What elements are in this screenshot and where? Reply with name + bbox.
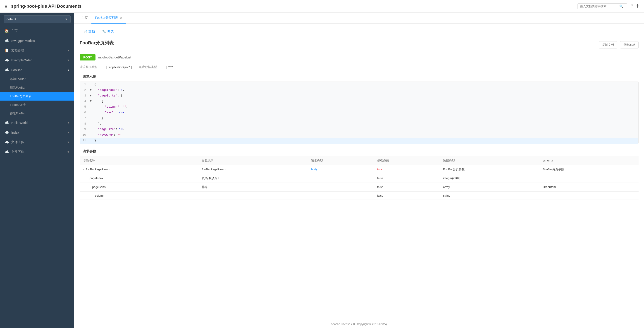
search-icon[interactable]: 🔍 [619, 5, 623, 8]
api-title: FooBar分页列表 [80, 40, 599, 46]
sidebar-subitem-update-foobar[interactable]: 修改FooBar [0, 109, 74, 118]
param-name-4: column [80, 191, 198, 200]
search-box: 🔍 [578, 4, 627, 9]
param-type-1: body [308, 165, 374, 174]
code-line-10: 10 "keyword": "" [80, 132, 638, 138]
col-name: 参数名称 [80, 156, 198, 165]
foobar-page-list-label: FooBar分页列表 [10, 94, 32, 98]
param-type-badge-1: body [311, 168, 318, 171]
tab-close-icon[interactable]: ✕ [120, 16, 122, 20]
param-desc-3: 排序 [198, 183, 308, 191]
param-required-badge-1: true [377, 168, 382, 171]
sidebar-item-index[interactable]: ☁️ Index ▼ [0, 128, 74, 137]
tab-foobar-page[interactable]: FooBar分页列表 ✕ [92, 13, 126, 24]
param-schema-3: OrderItem [539, 183, 638, 191]
param-schema-2 [539, 174, 638, 183]
sidebar-subitem-add-foobar[interactable]: 添加FooBar [0, 75, 74, 83]
response-content-type-label: 响应数据类型 [139, 65, 157, 69]
search-input[interactable] [580, 5, 618, 8]
tab-home[interactable]: 主页 [78, 13, 92, 24]
param-required-3: false [374, 183, 440, 191]
header: ☰ spring-boot-plus API Documents 🔍 ? 中 [0, 0, 644, 13]
sidebar-label-example-order: ExampleOrder [11, 59, 67, 62]
param-name-label-4: column [95, 194, 104, 197]
update-foobar-label: 修改FooBar [10, 111, 26, 116]
param-schema-1: FooBar分页参数 [539, 165, 638, 174]
params-table-head: 参数名称 参数说明 请求类型 是否必须 数据类型 schema [80, 156, 638, 165]
table-row: pageIndex 页码,默认为1 false integer(int64) [80, 174, 638, 183]
sidebar-item-foobar[interactable]: ☁️ FooBar ▲ [0, 65, 74, 75]
api-title-row: FooBar分页列表 复制文档 复制地址 [80, 40, 638, 50]
sidebar-item-hello-world[interactable]: ☁️ Hello World ▼ [0, 118, 74, 128]
api-actions: 复制文档 复制地址 [599, 41, 638, 49]
index-arrow-icon: ▼ [67, 131, 70, 134]
method-badge: POST [80, 54, 96, 61]
tab-doc[interactable]: 📄 文档 [80, 28, 98, 35]
sidebar-item-example-order[interactable]: ☁️ ExampleOrder ▼ [0, 55, 74, 65]
sidebar-subitem-delete-foobar[interactable]: 删除FooBar [0, 83, 74, 92]
group-select[interactable]: default [4, 16, 70, 23]
sidebar-label-home: 主页 [11, 29, 70, 33]
col-desc: 参数说明 [198, 156, 308, 165]
param-required-label-2: false [377, 176, 383, 180]
file-upload-arrow-icon: ▼ [67, 141, 70, 144]
doc-mgmt-icon: 📋 [4, 48, 9, 53]
copy-url-button[interactable]: 复制地址 [620, 41, 638, 49]
param-datatype-1: FooBar分页参数 [440, 165, 539, 174]
toggle-icon-3[interactable]: - [90, 185, 90, 189]
help-icon[interactable]: ? [631, 4, 633, 9]
sidebar-item-swagger[interactable]: ☁️ Swagger Models [0, 36, 74, 46]
copy-doc-button[interactable]: 复制文档 [599, 41, 617, 49]
tab-home-label: 主页 [82, 16, 88, 20]
api-path: /api/fooBar/getPageList [98, 56, 131, 59]
sidebar-item-file-upload[interactable]: ☁️ 文件上传 ▼ [0, 137, 74, 147]
param-required-label-3: false [377, 185, 383, 189]
language-toggle[interactable]: 中 [636, 4, 640, 9]
sidebar-item-doc-mgmt[interactable]: 📋 文档管理 ▼ [0, 46, 74, 55]
code-line-9: 9 "pageSize": 10, [80, 127, 638, 132]
cloud-icon-foobar: ☁️ [4, 68, 9, 72]
sidebar-label-file-download: 文件下载 [11, 150, 67, 154]
file-download-arrow-icon: ▼ [67, 150, 70, 154]
param-name-3: - pageSorts [80, 183, 198, 191]
sidebar-label-doc-mgmt: 文档管理 [11, 49, 67, 53]
tab-test[interactable]: 🔧 调试 [98, 28, 117, 35]
param-required-1: true [374, 165, 440, 174]
code-line-7: 7 } [80, 116, 638, 121]
param-type-2 [308, 174, 374, 183]
param-type-4 [308, 191, 374, 200]
code-line-11: 11 } [80, 138, 638, 144]
sidebar-subitem-foobar-detail[interactable]: FooBar详情 [0, 101, 74, 109]
table-row: - pageSorts 排序 false array OrderItem [80, 183, 638, 191]
add-foobar-label: 添加FooBar [10, 77, 26, 81]
content-area: 主页 FooBar分页列表 ✕ 📄 文档 🔧 调试 [74, 13, 644, 328]
cloud-icon-hello: ☁️ [4, 121, 9, 125]
param-name-label-1: fooBarPageParam [86, 168, 110, 171]
tabs-bar: 主页 FooBar分页列表 ✕ [74, 13, 644, 24]
param-datatype-3: array [440, 183, 539, 191]
group-select-wrapper: default ▼ [4, 16, 70, 23]
code-line-8: 8 ], [80, 121, 638, 127]
code-line-2: 2 ▼ "pageIndex": 1, [80, 87, 638, 93]
table-row: - fooBarPageParam fooBarPageParam body t… [80, 165, 638, 174]
request-params-section: 请求参数 参数名称 参数说明 请求类型 是否必须 数据类型 schema [80, 149, 638, 200]
toggle-icon-1[interactable]: - [83, 168, 84, 171]
params-header-row: 参数名称 参数说明 请求类型 是否必须 数据类型 schema [80, 156, 638, 165]
doc-icon: 📄 [83, 30, 87, 33]
sidebar-label-hello-world: Hello World [11, 121, 67, 125]
sidebar-item-file-download[interactable]: ☁️ 文件下载 ▼ [0, 147, 74, 157]
sidebar-label-swagger: Swagger Models [11, 39, 70, 43]
param-name-1: - fooBarPageParam [80, 165, 198, 174]
param-datatype-4: string [440, 191, 539, 200]
sidebar-item-home[interactable]: 🏠 主页 [0, 26, 74, 36]
params-table: 参数名称 参数说明 请求类型 是否必须 数据类型 schema [80, 156, 638, 200]
cloud-icon-swagger: ☁️ [4, 39, 9, 43]
param-desc-4 [198, 191, 308, 200]
menu-icon[interactable]: ☰ [4, 5, 8, 8]
sidebar-subitem-foobar-page-list[interactable]: FooBar分页列表 [0, 92, 74, 101]
content-scroll[interactable]: 📄 文档 🔧 调试 FooBar分页列表 复制文档 复制地址 [74, 24, 644, 320]
cloud-icon-index: ☁️ [4, 130, 9, 135]
param-required-label-4: false [377, 194, 383, 197]
request-content-type-label: 请求数据类型 [80, 65, 97, 69]
param-datatype-2: integer(int64) [440, 174, 539, 183]
